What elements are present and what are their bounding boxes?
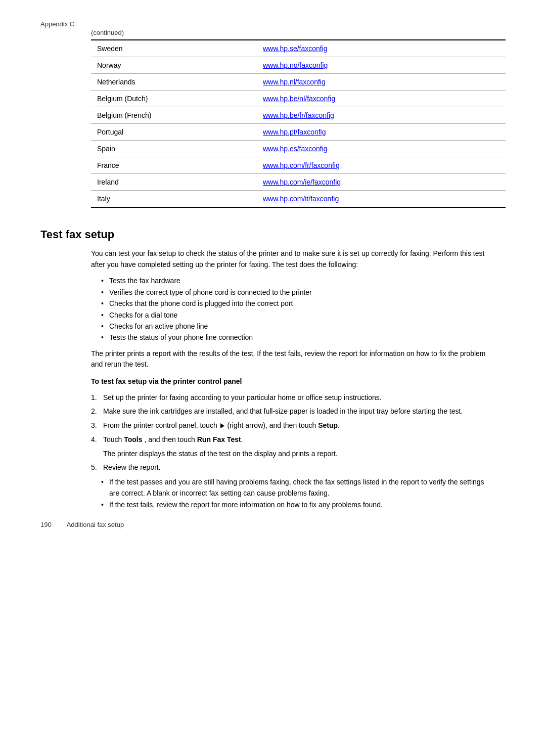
- country-cell: Belgium (French): [91, 107, 257, 124]
- table-row: Spainwww.hp.es/faxconfig: [91, 141, 506, 157]
- table-row: Italywww.hp.com/it/faxconfig: [91, 191, 506, 208]
- table-row: Belgium (French)www.hp.be/fr/faxconfig: [91, 107, 506, 124]
- sub-bullet-item: If the test fails, review the report for…: [101, 499, 495, 510]
- step-item: 4.Touch Tools , and then touch Run Fax T…: [91, 434, 495, 446]
- section-intro: You can test your fax setup to check the…: [91, 248, 495, 270]
- right-arrow-icon: [220, 423, 224, 428]
- table-row: Portugalwww.hp.pt/faxconfig: [91, 124, 506, 141]
- bullet-item: Tests the status of your phone line conn…: [101, 332, 495, 343]
- country-cell: Sweden: [91, 40, 257, 57]
- table-row: Netherlandswww.hp.nl/faxconfig: [91, 74, 506, 91]
- country-cell: Belgium (Dutch): [91, 91, 257, 107]
- feature-bullets: Tests the fax hardwareVerifies the corre…: [101, 275, 495, 343]
- table-row: Irelandwww.hp.com/ie/faxconfig: [91, 174, 506, 191]
- step-number: 2.: [91, 406, 97, 417]
- step-item: 5.Review the report.: [91, 462, 495, 473]
- step-number: 4.: [91, 434, 97, 446]
- footer-section: Additional fax setup: [67, 521, 124, 528]
- step-item: 1.Set up the printer for faxing accordin…: [91, 392, 495, 404]
- step-item: 3.From the printer control panel, touch …: [91, 420, 495, 431]
- appendix-label: Appendix C: [40, 20, 506, 28]
- url-cell[interactable]: www.hp.se/faxconfig: [257, 40, 506, 57]
- url-cell[interactable]: www.hp.nl/faxconfig: [257, 74, 506, 91]
- table-row: Swedenwww.hp.se/faxconfig: [91, 40, 506, 57]
- step-text: Set up the printer for faxing according …: [103, 393, 382, 402]
- result-text: The printer prints a report with the res…: [91, 348, 495, 370]
- step-text: Make sure the ink cartridges are install…: [103, 407, 463, 415]
- steps-list: 1.Set up the printer for faxing accordin…: [91, 392, 495, 510]
- page-footer: 190 Additional fax setup: [40, 521, 506, 528]
- bold-run-fax-test: Run Fax Test: [197, 435, 241, 443]
- country-cell: Portugal: [91, 124, 257, 141]
- step-note: The printer displays the status of the t…: [91, 449, 495, 460]
- country-cell: Norway: [91, 57, 257, 74]
- url-cell[interactable]: www.hp.com/it/faxconfig: [257, 191, 506, 208]
- bullet-item: Tests the fax hardware: [101, 275, 495, 286]
- step-number: 5.: [91, 462, 97, 473]
- bold-tools: Tools: [124, 435, 142, 443]
- step-number: 3.: [91, 420, 97, 431]
- step-text: Review the report.: [103, 463, 161, 471]
- country-cell: Spain: [91, 141, 257, 157]
- sub-bullet-list: If the test passes and you are still hav…: [101, 476, 495, 510]
- country-cell: Italy: [91, 191, 257, 208]
- step-item: 2.Make sure the ink cartridges are insta…: [91, 406, 495, 417]
- subsection-title: To test fax setup via the printer contro…: [91, 376, 495, 387]
- bullet-item: Checks for an active phone line: [101, 321, 495, 332]
- bullet-item: Verifies the correct type of phone cord …: [101, 287, 495, 298]
- bullet-item: Checks that the phone cord is plugged in…: [101, 298, 495, 309]
- fax-table: Swedenwww.hp.se/faxconfigNorwaywww.hp.no…: [91, 39, 506, 208]
- section-title: Test fax setup: [40, 228, 506, 241]
- url-cell[interactable]: www.hp.be/fr/faxconfig: [257, 107, 506, 124]
- bold-setup: Setup: [318, 421, 338, 429]
- url-cell[interactable]: www.hp.be/nl/faxconfig: [257, 91, 506, 107]
- country-cell: Netherlands: [91, 74, 257, 91]
- bullet-item: Checks for a dial tone: [101, 309, 495, 321]
- continued-label: (continued): [91, 29, 506, 36]
- country-cell: France: [91, 157, 257, 174]
- url-cell[interactable]: www.hp.pt/faxconfig: [257, 124, 506, 141]
- url-cell[interactable]: www.hp.es/faxconfig: [257, 141, 506, 157]
- page-number: 190: [40, 521, 52, 528]
- url-cell[interactable]: www.hp.no/faxconfig: [257, 57, 506, 74]
- url-cell[interactable]: www.hp.com/ie/faxconfig: [257, 174, 506, 191]
- step-number: 1.: [91, 392, 97, 404]
- country-cell: Ireland: [91, 174, 257, 191]
- table-row: Belgium (Dutch)www.hp.be/nl/faxconfig: [91, 91, 506, 107]
- sub-bullet-item: If the test passes and you are still hav…: [101, 476, 495, 499]
- table-row: Norwaywww.hp.no/faxconfig: [91, 57, 506, 74]
- url-cell[interactable]: www.hp.com/fr/faxconfig: [257, 157, 506, 174]
- table-row: Francewww.hp.com/fr/faxconfig: [91, 157, 506, 174]
